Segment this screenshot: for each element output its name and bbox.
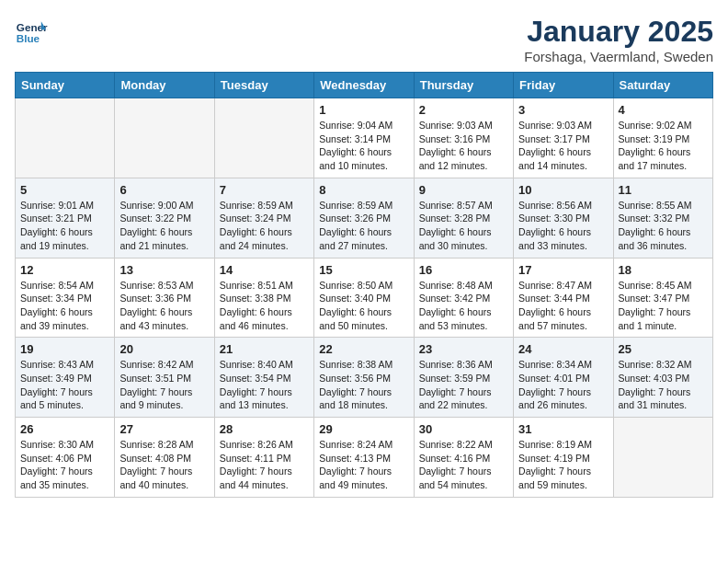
day-info: Sunrise: 8:50 AM Sunset: 3:40 PM Dayligh… — [319, 279, 408, 333]
calendar-cell: 31Sunrise: 8:19 AM Sunset: 4:19 PM Dayli… — [514, 418, 613, 498]
calendar-cell: 3Sunrise: 9:03 AM Sunset: 3:17 PM Daylig… — [514, 98, 613, 178]
day-info: Sunrise: 8:40 AM Sunset: 3:54 PM Dayligh… — [220, 358, 309, 412]
day-info: Sunrise: 8:22 AM Sunset: 4:16 PM Dayligh… — [419, 438, 508, 492]
svg-text:Blue: Blue — [17, 32, 40, 44]
calendar-cell: 19Sunrise: 8:43 AM Sunset: 3:49 PM Dayli… — [16, 338, 115, 418]
calendar-cell: 7Sunrise: 8:59 AM Sunset: 3:24 PM Daylig… — [214, 178, 313, 258]
calendar-cell: 25Sunrise: 8:32 AM Sunset: 4:03 PM Dayli… — [613, 338, 712, 418]
calendar-cell: 28Sunrise: 8:26 AM Sunset: 4:11 PM Dayli… — [214, 418, 313, 498]
day-number: 6 — [119, 183, 209, 197]
day-info: Sunrise: 8:55 AM Sunset: 3:32 PM Dayligh… — [619, 199, 708, 253]
calendar-cell: 21Sunrise: 8:40 AM Sunset: 3:54 PM Dayli… — [214, 338, 313, 418]
day-number: 4 — [619, 103, 708, 117]
day-number: 27 — [119, 422, 209, 436]
calendar-cell — [115, 98, 214, 178]
weekday-header-monday: Monday — [115, 73, 214, 98]
day-number: 22 — [319, 342, 408, 356]
weekday-header-saturday: Saturday — [613, 73, 712, 98]
day-info: Sunrise: 9:04 AM Sunset: 3:14 PM Dayligh… — [319, 119, 408, 173]
calendar-cell: 24Sunrise: 8:34 AM Sunset: 4:01 PM Dayli… — [514, 338, 613, 418]
day-info: Sunrise: 8:57 AM Sunset: 3:28 PM Dayligh… — [419, 199, 508, 253]
day-info: Sunrise: 8:34 AM Sunset: 4:01 PM Dayligh… — [518, 358, 608, 412]
day-info: Sunrise: 8:45 AM Sunset: 3:47 PM Dayligh… — [619, 279, 708, 333]
day-info: Sunrise: 8:56 AM Sunset: 3:30 PM Dayligh… — [518, 199, 608, 253]
day-info: Sunrise: 9:03 AM Sunset: 3:17 PM Dayligh… — [518, 119, 608, 173]
day-info: Sunrise: 8:47 AM Sunset: 3:44 PM Dayligh… — [518, 279, 608, 333]
day-number: 21 — [220, 342, 309, 356]
day-number: 8 — [319, 183, 408, 197]
day-info: Sunrise: 8:59 AM Sunset: 3:24 PM Dayligh… — [220, 199, 309, 253]
day-info: Sunrise: 9:01 AM Sunset: 3:21 PM Dayligh… — [20, 199, 109, 253]
day-number: 17 — [518, 263, 608, 277]
day-info: Sunrise: 8:26 AM Sunset: 4:11 PM Dayligh… — [220, 438, 309, 492]
calendar-cell: 26Sunrise: 8:30 AM Sunset: 4:06 PM Dayli… — [16, 418, 115, 498]
day-info: Sunrise: 8:43 AM Sunset: 3:49 PM Dayligh… — [20, 358, 109, 412]
calendar-cell: 2Sunrise: 9:03 AM Sunset: 3:16 PM Daylig… — [414, 98, 513, 178]
day-number: 11 — [619, 183, 708, 197]
day-number: 12 — [20, 263, 109, 277]
calendar-cell — [613, 418, 712, 498]
day-number: 26 — [20, 422, 109, 436]
calendar-cell: 17Sunrise: 8:47 AM Sunset: 3:44 PM Dayli… — [514, 258, 613, 338]
day-number: 19 — [20, 342, 109, 356]
day-number: 20 — [119, 342, 209, 356]
page-header: General Blue January 2025 Forshaga, Vaer… — [15, 15, 713, 64]
calendar-table: SundayMondayTuesdayWednesdayThursdayFrid… — [15, 72, 713, 498]
day-number: 30 — [419, 422, 508, 436]
month-title: January 2025 — [524, 15, 713, 49]
day-info: Sunrise: 8:30 AM Sunset: 4:06 PM Dayligh… — [20, 438, 109, 492]
day-number: 2 — [419, 103, 508, 117]
day-number: 15 — [319, 263, 408, 277]
day-number: 16 — [419, 263, 508, 277]
day-info: Sunrise: 8:32 AM Sunset: 4:03 PM Dayligh… — [619, 358, 708, 412]
title-block: January 2025 Forshaga, Vaermland, Sweden — [524, 15, 713, 64]
calendar-cell: 29Sunrise: 8:24 AM Sunset: 4:13 PM Dayli… — [314, 418, 414, 498]
day-number: 18 — [619, 263, 708, 277]
calendar-cell: 30Sunrise: 8:22 AM Sunset: 4:16 PM Dayli… — [414, 418, 513, 498]
location: Forshaga, Vaermland, Sweden — [524, 49, 713, 64]
calendar-cell: 12Sunrise: 8:54 AM Sunset: 3:34 PM Dayli… — [16, 258, 115, 338]
calendar-cell: 22Sunrise: 8:38 AM Sunset: 3:56 PM Dayli… — [314, 338, 414, 418]
day-number: 3 — [518, 103, 608, 117]
calendar-cell: 23Sunrise: 8:36 AM Sunset: 3:59 PM Dayli… — [414, 338, 513, 418]
calendar-cell: 1Sunrise: 9:04 AM Sunset: 3:14 PM Daylig… — [314, 98, 414, 178]
day-info: Sunrise: 8:48 AM Sunset: 3:42 PM Dayligh… — [419, 279, 508, 333]
day-info: Sunrise: 8:36 AM Sunset: 3:59 PM Dayligh… — [419, 358, 508, 412]
day-info: Sunrise: 8:59 AM Sunset: 3:26 PM Dayligh… — [319, 199, 408, 253]
calendar-cell: 4Sunrise: 9:02 AM Sunset: 3:19 PM Daylig… — [613, 98, 712, 178]
logo-icon: General Blue — [15, 15, 48, 48]
calendar-cell: 9Sunrise: 8:57 AM Sunset: 3:28 PM Daylig… — [414, 178, 513, 258]
weekday-header-thursday: Thursday — [414, 73, 513, 98]
day-number: 1 — [319, 103, 408, 117]
day-number: 13 — [119, 263, 209, 277]
calendar-cell: 15Sunrise: 8:50 AM Sunset: 3:40 PM Dayli… — [314, 258, 414, 338]
weekday-header-wednesday: Wednesday — [314, 73, 414, 98]
day-number: 14 — [220, 263, 309, 277]
day-number: 23 — [419, 342, 508, 356]
day-info: Sunrise: 8:24 AM Sunset: 4:13 PM Dayligh… — [319, 438, 408, 492]
calendar-cell: 10Sunrise: 8:56 AM Sunset: 3:30 PM Dayli… — [514, 178, 613, 258]
day-info: Sunrise: 9:00 AM Sunset: 3:22 PM Dayligh… — [119, 199, 209, 253]
calendar-cell: 27Sunrise: 8:28 AM Sunset: 4:08 PM Dayli… — [115, 418, 214, 498]
day-number: 31 — [518, 422, 608, 436]
calendar-cell: 11Sunrise: 8:55 AM Sunset: 3:32 PM Dayli… — [613, 178, 712, 258]
day-number: 10 — [518, 183, 608, 197]
calendar-cell: 13Sunrise: 8:53 AM Sunset: 3:36 PM Dayli… — [115, 258, 214, 338]
weekday-header-sunday: Sunday — [16, 73, 115, 98]
day-info: Sunrise: 9:02 AM Sunset: 3:19 PM Dayligh… — [619, 119, 708, 173]
day-info: Sunrise: 8:53 AM Sunset: 3:36 PM Dayligh… — [119, 279, 209, 333]
day-info: Sunrise: 8:51 AM Sunset: 3:38 PM Dayligh… — [220, 279, 309, 333]
logo: General Blue — [15, 15, 48, 48]
calendar-cell: 6Sunrise: 9:00 AM Sunset: 3:22 PM Daylig… — [115, 178, 214, 258]
weekday-header-tuesday: Tuesday — [214, 73, 313, 98]
calendar-cell: 8Sunrise: 8:59 AM Sunset: 3:26 PM Daylig… — [314, 178, 414, 258]
day-info: Sunrise: 9:03 AM Sunset: 3:16 PM Dayligh… — [419, 119, 508, 173]
weekday-header-friday: Friday — [514, 73, 613, 98]
day-number: 29 — [319, 422, 408, 436]
day-info: Sunrise: 8:42 AM Sunset: 3:51 PM Dayligh… — [119, 358, 209, 412]
calendar-cell: 14Sunrise: 8:51 AM Sunset: 3:38 PM Dayli… — [214, 258, 313, 338]
calendar-cell — [214, 98, 313, 178]
day-info: Sunrise: 8:38 AM Sunset: 3:56 PM Dayligh… — [319, 358, 408, 412]
calendar-cell — [16, 98, 115, 178]
day-number: 28 — [220, 422, 309, 436]
